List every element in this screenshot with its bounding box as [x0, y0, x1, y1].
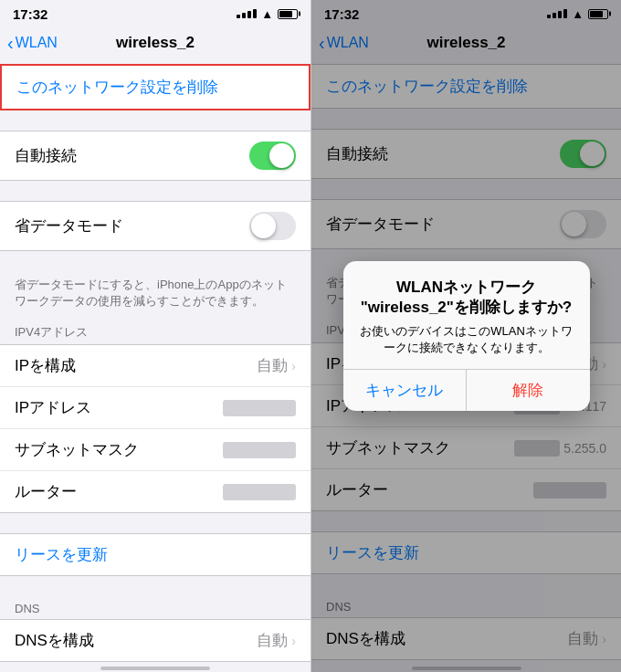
dialog-overlay: WLANネットワーク"wireless_2"を削除しますか? お使いのデバイスは…	[311, 0, 621, 672]
right-panel: 17:32 ▲ ‹ WLAN wireless_2 このネットワーク設定を削除	[310, 0, 621, 672]
left-panel: 17:32 ▲ ‹ WLAN wireless_2 このネットワーク設定を削除	[0, 0, 310, 672]
low-data-toggle-left[interactable]	[249, 212, 296, 240]
dns-section-left: DNSを構成 自動 ›	[0, 619, 310, 662]
bottom-bar-left	[0, 668, 310, 672]
low-data-desc-left: 省データモードにすると、iPhone上のAppのネットワークデータの使用を減らす…	[0, 271, 310, 319]
wifi-icon: ▲	[261, 7, 273, 21]
router-label-left: ルーター	[15, 481, 77, 502]
dialog-title: WLANネットワーク"wireless_2"を削除しますか?	[358, 278, 575, 318]
ipv4-section-label-left: IPV4アドレス	[0, 319, 310, 344]
subnet-value-left	[223, 442, 296, 458]
renew-label-left: リースを更新	[15, 544, 108, 565]
time-left: 17:32	[13, 6, 47, 22]
renew-row-left[interactable]: リースを更新	[0, 534, 310, 575]
auto-connect-toggle-left[interactable]	[249, 142, 296, 170]
status-bar-left: 17:32 ▲	[0, 0, 310, 26]
dialog-buttons: キャンセル 解除	[343, 369, 590, 411]
router-row-left: ルーター	[0, 471, 310, 512]
router-value-left	[223, 484, 296, 500]
battery-icon	[278, 9, 298, 19]
dns-configure-label-left: DNSを構成	[15, 630, 94, 651]
ip-configure-label-left: IPを構成	[15, 355, 76, 376]
dialog-cancel-button[interactable]: キャンセル	[343, 370, 468, 411]
subnet-label-left: サブネットマスク	[15, 439, 139, 460]
back-button-left[interactable]: ‹ WLAN	[7, 35, 58, 52]
status-icons-left: ▲	[237, 7, 298, 21]
auto-connect-label-left: 自動接続	[15, 145, 77, 166]
nav-title-left: wireless_2	[116, 34, 195, 52]
dialog-box: WLANネットワーク"wireless_2"を削除しますか? お使いのデバイスは…	[343, 261, 590, 412]
low-data-row-left[interactable]: 省データモード	[0, 202, 310, 250]
auto-connect-row-left[interactable]: 自動接続	[0, 131, 310, 180]
renew-section-left: リースを更新	[0, 533, 310, 576]
dialog-message: お使いのデバイスはこのWLANネットワークに接続できなくなります。	[358, 323, 575, 356]
ip-address-value-left	[223, 400, 296, 416]
delete-network-row-left[interactable]: このネットワーク設定を削除	[0, 64, 310, 110]
content-left: このネットワーク設定を削除 自動接続 省データモード 省データモードにすると、i…	[0, 64, 310, 668]
ip-configure-row-left[interactable]: IPを構成 自動 ›	[0, 345, 310, 387]
delete-network-text-left: このネットワーク設定を削除	[16, 79, 218, 96]
ip-section-left: IPを構成 自動 › IPアドレス サブネットマスク ルーター	[0, 344, 310, 513]
back-arrow-icon: ‹	[7, 34, 14, 52]
ip-configure-value-left: 自動 ›	[257, 355, 296, 376]
ip-address-label-left: IPアドレス	[15, 397, 91, 418]
low-data-section-left: 省データモード	[0, 201, 310, 251]
dns-section-label-left: DNS	[0, 596, 310, 619]
home-indicator-left	[100, 667, 210, 670]
dns-configure-value-left: 自動 ›	[257, 630, 296, 651]
ip-address-row-left: IPアドレス	[0, 387, 310, 429]
auto-connect-section-left: 自動接続	[0, 131, 310, 181]
subnet-row-left: サブネットマスク	[0, 429, 310, 471]
dialog-content: WLANネットワーク"wireless_2"を削除しますか? お使いのデバイスは…	[343, 261, 590, 370]
dialog-confirm-button[interactable]: 解除	[467, 370, 590, 411]
back-label-left: WLAN	[16, 35, 58, 51]
signal-icon	[237, 9, 257, 18]
low-data-label-left: 省データモード	[15, 215, 123, 236]
dns-configure-row-left[interactable]: DNSを構成 自動 ›	[0, 620, 310, 661]
nav-bar-left: ‹ WLAN wireless_2	[0, 26, 310, 64]
